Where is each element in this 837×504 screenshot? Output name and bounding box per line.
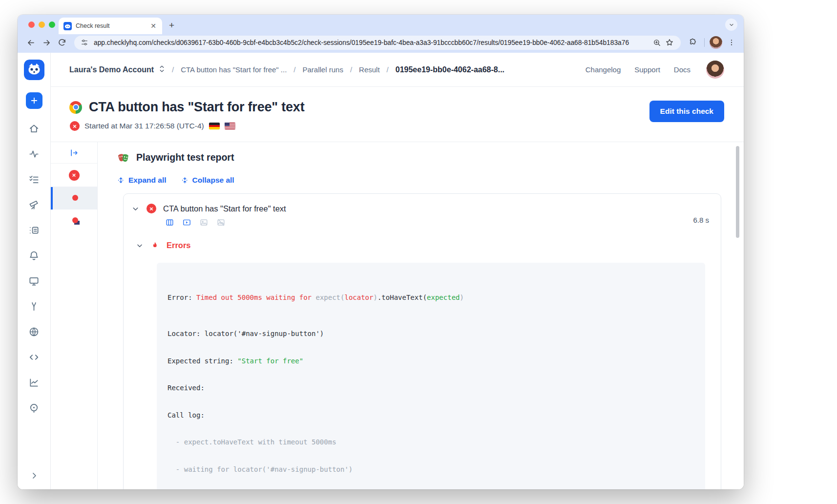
app-main-column: Laura's Demo Account / CTA button has "S… <box>51 53 744 489</box>
checks-list-icon[interactable] <box>28 173 40 185</box>
tab-close-icon[interactable]: ✕ <box>149 21 157 30</box>
browser-menu-icon[interactable] <box>725 36 738 49</box>
browser-tab[interactable]: Check result ✕ <box>59 18 162 34</box>
expand-panel-icon <box>69 148 79 158</box>
errors-heading: Errors <box>167 241 191 250</box>
breadcrumb-result-id: 0195ee19-bb0e-4062-aa68-8... <box>396 65 504 74</box>
breadcrumb-separator: / <box>293 65 295 74</box>
usa-flag-icon <box>225 123 235 129</box>
checkly-app: Laura's Demo Account / CTA button has "S… <box>18 53 744 489</box>
back-icon[interactable] <box>24 36 37 49</box>
private-locations-globe-icon[interactable] <box>28 326 40 337</box>
url-bar[interactable]: app.checklyhq.com/checks/d0639617-63b0-4… <box>74 36 681 50</box>
close-window-button[interactable] <box>28 21 35 28</box>
account-switcher[interactable]: Laura's Demo Account <box>69 65 154 74</box>
extensions-icon[interactable] <box>687 36 699 49</box>
maintenance-tool-icon[interactable] <box>28 300 40 312</box>
test-failed-icon: × <box>146 204 156 213</box>
analytics-chart-icon[interactable] <box>28 377 40 388</box>
browser-window: Check result ✕ + app.checkl <box>18 15 744 489</box>
test-duration: 6.8 s <box>693 216 709 224</box>
changelog-link[interactable]: Changelog <box>586 65 621 74</box>
breadcrumb-check-link[interactable]: CTA button has "Start for free" ... <box>181 65 287 74</box>
collapse-test-chevron-icon[interactable] <box>131 205 140 213</box>
zoom-icon[interactable] <box>650 36 663 49</box>
snippets-code-icon[interactable] <box>28 351 40 363</box>
screenshot-image-icon <box>199 218 209 227</box>
page-title: CTA button has "Start for free" text <box>89 100 304 115</box>
run-tab-germany[interactable] <box>51 187 97 210</box>
primary-sidebar <box>18 53 51 489</box>
locations-pin-icon[interactable] <box>28 402 40 414</box>
report-panel: Playwright test report Expand all Collap… <box>98 142 744 489</box>
collapse-all-icon <box>181 176 188 184</box>
screenshot-canvas: Check result ✕ + app.checkl <box>0 0 837 504</box>
reload-icon[interactable] <box>56 36 68 49</box>
tab-search-chevron-icon[interactable] <box>725 19 737 31</box>
toolbar-divider <box>704 38 705 47</box>
telescope-icon[interactable] <box>28 199 40 210</box>
site-settings-icon[interactable] <box>80 36 89 49</box>
edit-check-button[interactable]: Edit this check <box>649 101 724 122</box>
collapse-all-button[interactable]: Collapse all <box>181 176 234 185</box>
failed-status-icon: × <box>69 170 80 181</box>
video-icon[interactable] <box>182 218 191 227</box>
failed-run-indicator: × <box>51 164 97 187</box>
expand-panel-button[interactable] <box>51 142 97 164</box>
breadcrumb: Laura's Demo Account / CTA button has "S… <box>51 53 744 87</box>
germany-flag-icon <box>209 123 220 129</box>
url-text[interactable]: app.checklyhq.com/checks/d0639617-63b0-4… <box>94 39 650 46</box>
fullscreen-window-button[interactable] <box>49 21 55 28</box>
breadcrumb-result-link[interactable]: Result <box>359 65 380 74</box>
window-controls <box>28 21 55 28</box>
tab-strip: Check result ✕ + <box>18 15 744 34</box>
breadcrumb-separator: / <box>172 65 174 74</box>
check-header: CTA button has "Start for free" text × S… <box>51 87 744 142</box>
activity-icon[interactable] <box>28 148 40 160</box>
failed-dot-badge <box>72 195 78 201</box>
forward-icon[interactable] <box>40 36 53 49</box>
new-tab-button[interactable]: + <box>169 20 174 31</box>
browser-toolbar: app.checklyhq.com/checks/d0639617-63b0-4… <box>18 34 744 53</box>
screenshot-image-off-icon <box>216 218 226 227</box>
error-flame-icon <box>151 241 159 250</box>
failed-dot-badge <box>72 217 78 223</box>
account-switcher-chevrons-icon[interactable] <box>159 65 165 75</box>
bookmark-star-icon[interactable] <box>663 36 676 49</box>
browser-profile-avatar[interactable] <box>710 36 722 49</box>
failed-status-icon: × <box>70 121 80 131</box>
docs-link[interactable]: Docs <box>674 65 691 74</box>
dashboards-monitor-icon[interactable] <box>28 275 40 287</box>
breadcrumb-separator: / <box>387 65 389 74</box>
started-at-text: Started at Mar 31 17:26:58 (UTC-4) <box>84 122 204 130</box>
sidebar-expand-chevron-icon[interactable] <box>28 470 40 482</box>
test-name: CTA button has "Start for free" text <box>163 204 286 213</box>
list-details-icon[interactable] <box>28 224 40 236</box>
test-report-card: × CTA button has "Start for free" text <box>123 193 721 489</box>
expand-all-button[interactable]: Expand all <box>117 176 167 185</box>
result-content: × <box>51 142 744 489</box>
alerts-bell-icon[interactable] <box>28 250 40 261</box>
create-new-button[interactable] <box>26 92 42 109</box>
error-log: Error: Timed out 5000ms waiting for expe… <box>157 263 705 489</box>
collapse-errors-chevron-icon[interactable] <box>136 242 144 250</box>
report-heading: Playwright test report <box>136 152 234 163</box>
checkly-favicon <box>63 22 72 30</box>
user-avatar[interactable] <box>706 61 724 79</box>
tab-title: Check result <box>76 22 146 29</box>
playwright-masks-icon <box>117 151 130 164</box>
vertical-scrollbar[interactable] <box>736 146 739 238</box>
home-icon[interactable] <box>28 123 40 134</box>
run-tab-usa[interactable] <box>51 210 97 232</box>
trace-columns-icon[interactable] <box>165 218 174 227</box>
breadcrumb-separator: / <box>350 65 352 74</box>
checkly-logo[interactable] <box>24 60 44 80</box>
breadcrumb-parallel-runs-link[interactable]: Parallel runs <box>303 65 343 74</box>
run-selector-sidebar: × <box>51 142 98 489</box>
chrome-browser-icon <box>69 101 82 114</box>
support-link[interactable]: Support <box>634 65 660 74</box>
minimize-window-button[interactable] <box>39 21 45 28</box>
expand-all-icon <box>117 176 125 184</box>
